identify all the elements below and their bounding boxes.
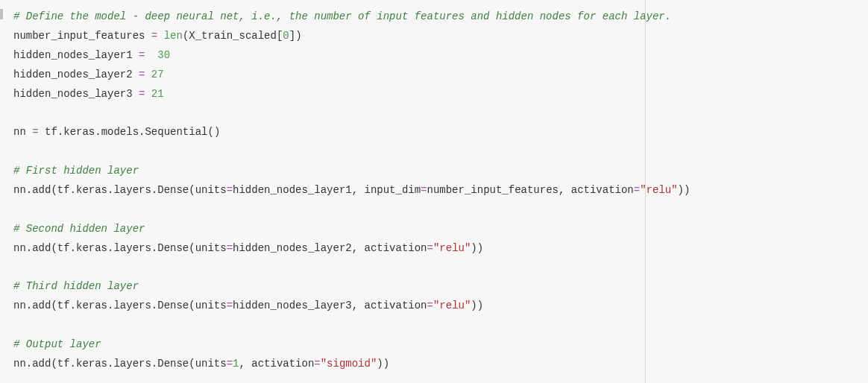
code-line: # Define the model - deep neural net, i.… [13,7,868,27]
blank-line [13,200,868,220]
identifier: hidden_nodes_layer2, activation [233,242,427,254]
operator: = [133,69,151,80]
number-literal: 30 [157,49,170,61]
identifier: hidden_nodes_layer1 [13,49,133,61]
identifier: hidden_nodes_layer3, activation [233,300,427,311]
identifier: nn.add(tf.keras.layers.Dense(units [13,300,227,311]
identifier: nn.add(tf.keras.layers.Dense(units [13,358,227,370]
code-line: nn.add(tf.keras.layers.Dense(units=hidde… [13,181,868,200]
operator: = [145,30,163,42]
paren: )) [471,300,483,311]
operator: = [133,88,151,100]
comment-text: # Second hidden layer [13,223,145,235]
identifier: hidden_nodes_layer2 [13,69,133,80]
number-literal: 21 [151,88,164,100]
code-line: # Output layer [13,335,868,355]
number-literal: 27 [151,69,164,80]
builtin-func: len [164,30,183,42]
comment-text: # Third hidden layer [13,280,139,292]
code-line: nn.add(tf.keras.layers.Dense(units=hidde… [13,239,868,259]
operator: = [427,300,433,311]
string-literal: "relu" [433,300,471,311]
paren: )) [471,242,483,254]
blank-line [13,259,868,278]
code-line: number_input_features = len(X_train_scal… [13,27,868,46]
identifier: nn.add(tf.keras.layers.Dense(units [13,242,227,254]
comment-text: # First hidden layer [13,165,139,177]
bracket: ] [289,30,295,42]
identifier: X_train_scaled [189,30,277,42]
code-line: nn.add(tf.keras.layers.Dense(units=1, ac… [13,355,868,374]
comment-text: # Define the model - deep neural net, i.… [13,10,671,22]
operator: = [421,184,427,196]
blank-line [13,142,868,162]
identifier: number_input_features [13,30,145,42]
operator: = [634,184,640,196]
code-line: hidden_nodes_layer3 = 21 [13,85,868,104]
code-line: nn = tf.keras.models.Sequential() [13,123,868,142]
operator: = [227,300,233,311]
code-line: # Third hidden layer [13,277,868,297]
blank-line [13,104,868,123]
identifier: nn [13,126,26,138]
identifier: hidden_nodes_layer3 [13,88,133,100]
string-literal: "sigmoid" [321,358,377,370]
identifier: nn.add(tf.keras.layers.Dense(units [13,184,227,196]
number-literal: 0 [283,30,289,42]
editor-ruler [645,0,646,383]
operator: = [133,49,158,61]
operator: = [227,358,233,370]
code-line: nn.add(tf.keras.layers.Dense(units=hidde… [13,297,868,316]
blank-line [13,316,868,335]
paren: )) [377,358,389,370]
paren: )) [678,184,691,196]
input-prompt-indicator [0,9,3,19]
code-line: hidden_nodes_layer2 = 27 [13,66,868,85]
string-literal: "relu" [433,242,471,254]
code-cell[interactable]: # Define the model - deep neural net, i.… [4,7,868,374]
paren: ( [207,126,213,138]
comment-text: # Output layer [13,338,101,350]
operator: = [26,126,45,138]
code-line: hidden_nodes_layer1 = 30 [13,46,868,66]
operator: = [227,242,233,254]
operator: = [314,358,320,370]
identifier: tf.keras.models.Sequential [45,126,207,138]
code-line: # Second hidden layer [13,220,868,239]
code-line: # First hidden layer [13,162,868,181]
operator: = [427,242,433,254]
identifier: number_input_features, activation [427,184,634,196]
paren: ) [214,126,220,138]
paren: ) [295,30,301,42]
identifier: hidden_nodes_layer1, input_dim [233,184,421,196]
operator: = [227,184,233,196]
identifier: , activation [239,358,314,370]
